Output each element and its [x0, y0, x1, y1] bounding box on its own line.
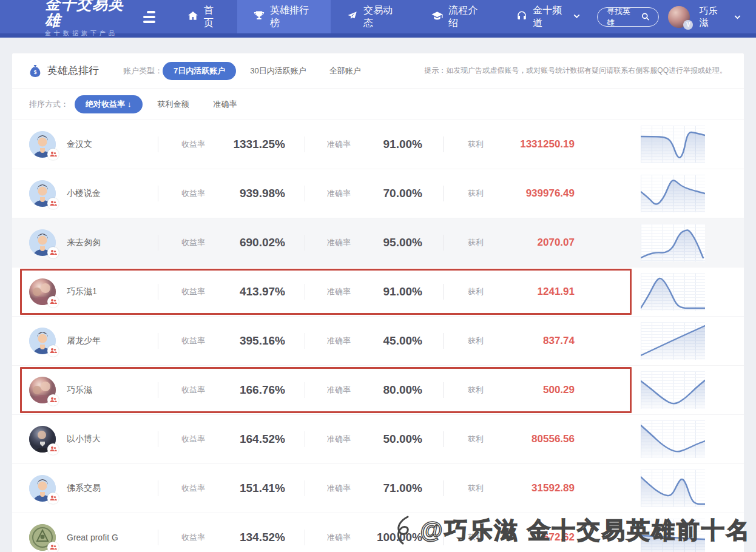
- profit-label: 获利: [468, 385, 484, 395]
- table-row[interactable]: 来去匆匆 收益率 690.02% 准确率 95.00% 获利 2070.07: [12, 218, 744, 267]
- accuracy-label: 准确率: [327, 434, 351, 445]
- nav-item-1[interactable]: 首页: [171, 0, 237, 33]
- group-badge-icon: [47, 149, 59, 160]
- table-row[interactable]: 小楼说金 收益率 939.98% 准确率 70.00% 获利 939976.49: [12, 169, 744, 218]
- yield-label: 收益率: [181, 188, 205, 199]
- account-tab-1[interactable]: 7日内活跃账户: [163, 62, 236, 80]
- table-row[interactable]: 屠龙少年 收益率 395.16% 准确率 45.00% 获利 837.74: [12, 316, 744, 365]
- account-type-label: 账户类型：: [123, 66, 163, 76]
- yield-value: 413.97%: [205, 285, 285, 298]
- divider: [158, 186, 158, 201]
- svg-text:$: $: [34, 69, 37, 75]
- yield-label: 收益率: [181, 286, 205, 297]
- table-row[interactable]: 巧乐滋 收益率 166.76% 准确率 80.00% 获利 500.29: [12, 365, 744, 414]
- accuracy-label: 准确率: [327, 188, 351, 199]
- table-row[interactable]: 金汉文 收益率 1331.25% 准确率 91.00% 获利 1331250.1…: [12, 119, 744, 169]
- divider: [305, 136, 305, 152]
- avatar[interactable]: [29, 328, 56, 354]
- profit-label: 获利: [468, 483, 484, 494]
- top-navbar: 金十交易英雄 金十数据旗下产品 首页 英雄排行榜 交易动态 流程介绍 金十频道 …: [0, 0, 756, 38]
- profit-value: 80556.56: [484, 433, 575, 445]
- profit-value: 672.62: [484, 531, 575, 544]
- yield-value: 164.52%: [205, 433, 285, 446]
- nav-item-5[interactable]: 金十频道: [500, 0, 597, 33]
- divider: [305, 431, 305, 447]
- accuracy-value: 71.00%: [351, 482, 422, 495]
- accuracy-value: 70.00%: [351, 187, 422, 200]
- yield-label: 收益率: [181, 434, 205, 445]
- profit-label: 获利: [468, 335, 484, 346]
- hero-name[interactable]: 屠龙少年: [67, 335, 158, 346]
- hero-name[interactable]: 小楼说金: [67, 188, 158, 199]
- hero-name[interactable]: 来去匆匆: [67, 237, 158, 248]
- account-tab-2[interactable]: 30日内活跃账户: [241, 62, 315, 80]
- yield-value: 690.02%: [205, 236, 285, 249]
- app-logo[interactable]: 金十交易英雄 金十数据旗下产品: [45, 0, 136, 33]
- yield-value: 939.98%: [205, 187, 285, 200]
- hero-name[interactable]: 佛系交易: [67, 483, 158, 494]
- main-nav: 首页 英雄排行榜 交易动态 流程介绍 金十频道: [171, 0, 597, 33]
- hero-name[interactable]: 金汉文: [67, 139, 158, 150]
- profit-label: 获利: [468, 139, 484, 150]
- hero-name[interactable]: 巧乐滋1: [67, 286, 158, 297]
- divider: [158, 333, 158, 349]
- user-avatar[interactable]: V: [668, 6, 690, 28]
- table-row[interactable]: 巧乐滋1 收益率 413.97% 准确率 91.00% 获利 1241.91: [12, 267, 744, 316]
- user-menu-chevron-down-icon[interactable]: [734, 13, 741, 21]
- profit-label: 获利: [468, 434, 484, 445]
- hero-name[interactable]: 巧乐滋: [67, 385, 158, 395]
- avatar[interactable]: [29, 131, 56, 158]
- profit-value: 31592.89: [484, 482, 575, 494]
- table-row[interactable]: 佛系交易 收益率 151.41% 准确率 71.00% 获利 31592.89: [12, 463, 744, 513]
- hero-name[interactable]: 以小博大: [67, 434, 158, 445]
- yield-label: 收益率: [181, 385, 205, 395]
- ranking-list: 金汉文 收益率 1331.25% 准确率 91.00% 获利 1331250.1…: [12, 119, 744, 552]
- accuracy-label: 准确率: [327, 483, 351, 494]
- profit-value: 939976.49: [484, 187, 575, 200]
- divider: [158, 382, 158, 398]
- table-row[interactable]: Great profit G 收益率 134.52% 准确率 100.00% 获…: [12, 513, 744, 552]
- search-label: 寻找英雄: [607, 6, 636, 28]
- nav-item-3[interactable]: 交易动态: [331, 0, 415, 33]
- divider: [443, 186, 444, 201]
- avatar[interactable]: [29, 377, 56, 403]
- divider: [305, 333, 305, 349]
- table-row[interactable]: 以小博大 收益率 164.52% 准确率 50.00% 获利 80556.56: [12, 414, 744, 463]
- sort-tab-3[interactable]: 准确率: [204, 95, 246, 113]
- avatar[interactable]: [29, 180, 56, 207]
- accuracy-label: 准确率: [327, 385, 351, 395]
- divider: [305, 186, 305, 201]
- account-type-tabs: 7日内活跃账户30日内活跃账户全部账户: [163, 62, 370, 80]
- avatar[interactable]: [29, 278, 56, 305]
- divider: [443, 333, 444, 349]
- avatar[interactable]: [29, 475, 56, 502]
- group-badge-icon: [47, 296, 59, 308]
- navbar-right: 寻找英雄 V 巧乐滋: [597, 0, 741, 33]
- accuracy-label: 准确率: [327, 286, 351, 297]
- hamburger-menu-icon[interactable]: [143, 0, 155, 33]
- find-hero-search-button[interactable]: 寻找英雄: [597, 7, 659, 27]
- hero-name[interactable]: Great profit G: [67, 533, 158, 542]
- account-tab-3[interactable]: 全部账户: [320, 62, 370, 80]
- accuracy-value: 91.00%: [351, 285, 422, 298]
- sparkline-chart: [641, 470, 705, 507]
- avatar[interactable]: [29, 426, 56, 453]
- avatar[interactable]: [29, 524, 56, 551]
- sparkline-chart: [641, 519, 705, 552]
- profit-value: 2070.07: [484, 237, 575, 249]
- sort-tab-2[interactable]: 获利金额: [149, 95, 198, 113]
- user-name[interactable]: 巧乐滋: [699, 5, 724, 29]
- divider: [305, 235, 305, 251]
- avatar[interactable]: [29, 229, 56, 256]
- money-bag-icon: $: [29, 64, 41, 78]
- megaphone-icon: [347, 10, 358, 24]
- divider: [305, 480, 305, 496]
- sort-tab-1[interactable]: 绝对收益率↓: [75, 95, 143, 113]
- search-icon: [641, 12, 650, 21]
- divider: [443, 382, 444, 398]
- logo-subtitle: 金十数据旗下产品: [45, 29, 136, 38]
- nav-item-4[interactable]: 流程介绍: [415, 0, 500, 33]
- tip-text: 提示：如发现广告或虚假账号，或对账号统计数据有疑问请联系右侧客服QQ进行举报或处…: [424, 66, 727, 76]
- profit-value: 1241.91: [484, 286, 575, 298]
- nav-item-2[interactable]: 英雄排行榜: [237, 0, 331, 33]
